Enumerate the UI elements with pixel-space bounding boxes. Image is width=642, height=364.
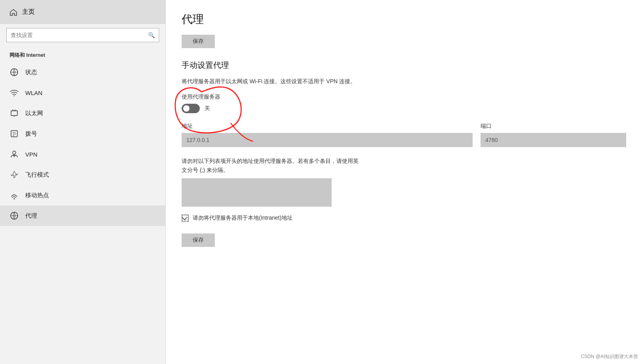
sidebar-item-proxy[interactable]: 代理 bbox=[0, 205, 165, 226]
svg-point-14 bbox=[14, 198, 15, 200]
sidebar-item-dialup[interactable]: 拨号 bbox=[0, 123, 165, 144]
dialup-icon bbox=[9, 129, 19, 138]
search-box[interactable]: 🔍 bbox=[6, 28, 159, 42]
sidebar-item-wlan[interactable]: WLAN bbox=[0, 82, 165, 103]
status-label: 状态 bbox=[25, 69, 37, 76]
save-button-top[interactable]: 保存 bbox=[182, 35, 215, 48]
section-heading: 手动设置代理 bbox=[182, 60, 626, 71]
sidebar-item-ethernet[interactable]: 以太网 bbox=[0, 103, 165, 123]
use-proxy-label: 使用代理服务器 bbox=[182, 93, 626, 101]
ethernet-icon bbox=[9, 108, 19, 118]
search-container: 🔍 bbox=[0, 24, 165, 46]
search-input[interactable] bbox=[7, 32, 144, 38]
airplane-icon bbox=[9, 170, 19, 179]
address-port-row: 地址 端口 bbox=[182, 123, 626, 147]
dialup-label: 拨号 bbox=[25, 130, 37, 138]
home-label: 主页 bbox=[22, 8, 35, 16]
exceptions-description: 请勿对以下列表项开头的地址使用代理服务器。若有多个条目，请使用英 文分号 (;)… bbox=[182, 157, 426, 174]
sidebar-item-status[interactable]: 状态 bbox=[0, 62, 165, 82]
svg-point-2 bbox=[14, 95, 15, 96]
vpn-icon bbox=[9, 149, 19, 159]
hotspot-label: 移动热点 bbox=[25, 192, 49, 199]
main-content: 代理 保存 手动设置代理 将代理服务器用于以太网或 Wi-Fi 连接。这些设置不… bbox=[166, 0, 642, 364]
airplane-label: 飞行模式 bbox=[25, 171, 49, 179]
svg-rect-8 bbox=[11, 131, 17, 137]
wlan-label: WLAN bbox=[25, 90, 42, 96]
home-icon bbox=[9, 8, 17, 16]
exceptions-textarea[interactable] bbox=[182, 178, 332, 207]
ethernet-label: 以太网 bbox=[25, 110, 43, 117]
status-icon bbox=[9, 67, 19, 77]
proxy-description: 将代理服务器用于以太网或 Wi-Fi 连接。这些设置不适用于 VPN 连接。 bbox=[182, 77, 426, 86]
wlan-icon bbox=[9, 88, 19, 97]
proxy-label: 代理 bbox=[25, 212, 37, 220]
vpn-label: VPN bbox=[25, 151, 38, 158]
address-label: 地址 bbox=[182, 123, 473, 130]
toggle-state-label: 关 bbox=[205, 105, 210, 112]
address-input[interactable] bbox=[182, 133, 473, 147]
toggle-knob bbox=[183, 105, 190, 112]
sidebar-item-vpn[interactable]: VPN bbox=[0, 144, 165, 164]
svg-rect-3 bbox=[11, 111, 17, 116]
proxy-toggle[interactable] bbox=[182, 104, 200, 113]
hotspot-icon bbox=[9, 190, 19, 200]
sidebar-item-hotspot[interactable]: 移动热点 bbox=[0, 185, 165, 205]
sidebar: 主页 🔍 网络和 Internet 状态 bbox=[0, 0, 166, 364]
section-title: 网络和 Internet bbox=[0, 46, 165, 62]
sidebar-item-airplane[interactable]: 飞行模式 bbox=[0, 164, 165, 185]
search-icon: 🔍 bbox=[148, 32, 155, 38]
port-label: 端口 bbox=[481, 123, 626, 130]
checkbox-label: 请勿将代理服务器用于本地(Intranet)地址 bbox=[193, 215, 293, 222]
save-button-bottom[interactable]: 保存 bbox=[182, 233, 215, 247]
toggle-row: 关 bbox=[182, 104, 626, 113]
sidebar-home-button[interactable]: 主页 bbox=[0, 0, 165, 24]
checkmark-icon bbox=[182, 215, 188, 220]
svg-point-12 bbox=[13, 151, 16, 154]
page-title: 代理 bbox=[182, 12, 626, 27]
checkbox-row: 请勿将代理服务器用于本地(Intranet)地址 bbox=[182, 215, 626, 222]
port-group: 端口 bbox=[481, 123, 626, 147]
watermark: CSDN @AI知识图谱大本营 bbox=[581, 353, 638, 360]
proxy-icon bbox=[9, 211, 19, 220]
address-group: 地址 bbox=[182, 123, 473, 147]
local-checkbox[interactable] bbox=[182, 215, 189, 222]
port-input[interactable] bbox=[481, 133, 626, 147]
search-button[interactable]: 🔍 bbox=[144, 32, 159, 38]
